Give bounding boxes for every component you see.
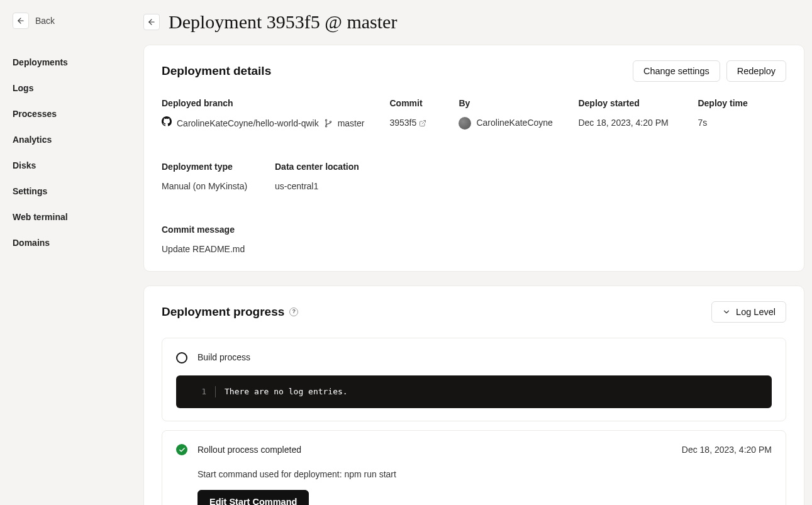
rollout-time: Dec 18, 2023, 4:20 PM	[682, 443, 772, 457]
by-user: CarolineKateCoyne	[476, 116, 552, 130]
deployment-type-value: Manual (on MyKinsta)	[162, 180, 250, 193]
deploy-time-label: Deploy time	[698, 97, 748, 110]
deployed-branch-label: Deployed branch	[162, 97, 364, 110]
nav-logs[interactable]: Logs	[8, 76, 136, 101]
redeploy-button[interactable]: Redeploy	[726, 60, 786, 82]
details-title: Deployment details	[162, 62, 271, 80]
deployment-details-card: Deployment details Change settings Redep…	[143, 45, 804, 272]
arrow-left-icon	[13, 13, 29, 29]
chevron-down-icon	[722, 308, 731, 316]
data-center-label: Data center location	[275, 160, 363, 174]
commit-msg-label: Commit message	[162, 223, 245, 236]
log-divider	[215, 386, 216, 397]
start-command-text: Start command used for deployment: npm r…	[197, 468, 772, 481]
log-text: There are no log entries.	[225, 386, 348, 398]
nav-domains[interactable]: Domains	[8, 231, 136, 255]
help-icon[interactable]: ?	[289, 308, 298, 316]
nav-web-terminal[interactable]: Web terminal	[8, 205, 136, 230]
nav-deployments[interactable]: Deployments	[8, 50, 136, 75]
build-log: 1 There are no log entries.	[176, 375, 772, 408]
repo-name: CarolineKateCoyne/hello-world-qwik	[177, 117, 319, 130]
svg-point-2	[325, 119, 326, 121]
deploy-started-value: Dec 18, 2023, 4:20 PM	[578, 116, 672, 130]
svg-line-5	[422, 120, 426, 124]
commit-msg-value: Update README.md	[162, 243, 245, 256]
status-success-icon	[176, 444, 187, 455]
commit-label: Commit	[389, 97, 433, 110]
back-label: Back	[35, 16, 55, 26]
arrow-left-icon	[147, 18, 156, 26]
build-process: Build process 1 There are no log entries…	[162, 338, 786, 421]
branch-icon	[324, 119, 333, 128]
branch-name: master	[338, 117, 365, 130]
rollout-process-title: Rollout process completed	[197, 443, 301, 457]
nav-settings[interactable]: Settings	[8, 179, 136, 204]
nav-processes[interactable]: Processes	[8, 102, 136, 126]
log-line-number: 1	[187, 386, 206, 398]
status-pending-icon	[176, 352, 187, 363]
deploy-time-value: 7s	[698, 116, 748, 130]
data-center-value: us-central1	[275, 180, 363, 193]
avatar	[459, 117, 471, 130]
deployment-progress-card: Deployment progress ? Log Level	[143, 286, 804, 505]
build-process-title: Build process	[197, 351, 250, 364]
edit-start-command-button[interactable]: Edit Start Command	[197, 490, 309, 506]
progress-title: Deployment progress	[162, 303, 284, 321]
log-level-button[interactable]: Log Level	[711, 301, 786, 323]
nav-disks[interactable]: Disks	[8, 153, 136, 178]
page-back-button[interactable]	[143, 14, 160, 30]
page-title: Deployment 3953f5 @ master	[169, 8, 397, 36]
github-icon	[162, 116, 172, 130]
commit-hash: 3953f5	[389, 116, 416, 130]
external-link-icon	[419, 119, 426, 127]
deploy-started-label: Deploy started	[578, 97, 672, 110]
sidebar-nav: DeploymentsLogsProcessesAnalyticsDisksSe…	[8, 50, 136, 255]
change-settings-button[interactable]: Change settings	[633, 60, 720, 82]
rollout-process: Rollout process completed Dec 18, 2023, …	[162, 430, 786, 506]
commit-link[interactable]: 3953f5	[389, 116, 426, 130]
back-button[interactable]: Back	[10, 10, 57, 31]
deployment-type-label: Deployment type	[162, 160, 250, 174]
nav-analytics[interactable]: Analytics	[8, 128, 136, 152]
svg-point-3	[325, 126, 326, 127]
by-label: By	[459, 97, 553, 110]
